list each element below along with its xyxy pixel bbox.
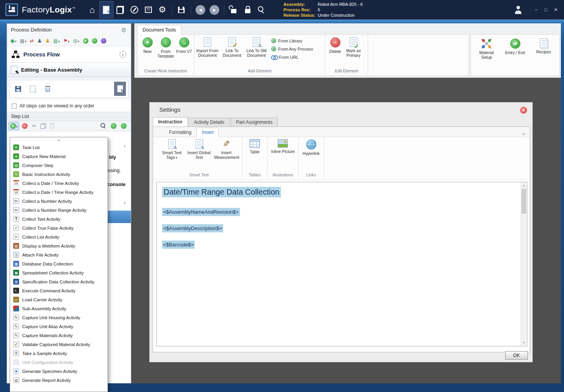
- pin-icon[interactable]: [122, 28, 125, 32]
- link-to-document-button[interactable]: Link To Document: [220, 37, 244, 58]
- tab-part-assignments[interactable]: Part Assignments: [231, 118, 278, 127]
- forward-icon[interactable]: [208, 1, 222, 18]
- transfer-icon[interactable]: [29, 37, 35, 45]
- menu-item[interactable]: Spreadsheet Collection Activity: [10, 268, 108, 277]
- scroll-thumb[interactable]: [522, 189, 526, 214]
- ok-button[interactable]: OK: [505, 351, 528, 360]
- menu-item[interactable]: Take a Sample Activity: [10, 349, 108, 358]
- save-step-button[interactable]: [12, 82, 24, 96]
- search-assembly-icon[interactable]: [255, 1, 269, 18]
- menu-item[interactable]: Attach File Activity: [10, 250, 108, 259]
- copy-icon[interactable]: [39, 122, 48, 130]
- tab-activity-details[interactable]: Activity Details: [189, 118, 230, 127]
- back-icon[interactable]: [194, 1, 208, 18]
- documents-icon[interactable]: [141, 1, 155, 18]
- recipes-button[interactable]: Recipes: [531, 39, 557, 76]
- user-gold-icon[interactable]: [44, 37, 51, 45]
- menu-item[interactable]: Generate Specimen Activity: [10, 367, 108, 376]
- minimize-icon[interactable]: [535, 7, 538, 12]
- from-url-button[interactable]: From URL: [271, 54, 313, 60]
- close-icon[interactable]: [554, 7, 558, 12]
- from-library-button[interactable]: From Library: [271, 37, 313, 44]
- remove-step-icon[interactable]: [20, 122, 29, 130]
- tab-instruction[interactable]: Instruction: [153, 117, 188, 127]
- from-v7-button[interactable]: From V7: [175, 37, 193, 54]
- hyperlink-button[interactable]: Hyperlink: [301, 138, 322, 156]
- menu-item[interactable]: Capture New Material: [10, 152, 108, 161]
- process-flow-row[interactable]: Process Flow: [7, 46, 131, 63]
- expand-step-icon[interactable]: [122, 143, 128, 149]
- move-down-icon[interactable]: [119, 122, 128, 130]
- selected-step-row[interactable]: [108, 211, 131, 223]
- instruction-document[interactable]: Date/Time Range Data Collection <$Assemb…: [156, 182, 527, 346]
- close-settings-icon[interactable]: [520, 107, 527, 114]
- new-button[interactable]: New: [138, 37, 157, 54]
- menu-item[interactable]: Database Data Collection: [10, 259, 108, 268]
- lock-icon[interactable]: [241, 1, 255, 18]
- print-icon[interactable]: [19, 37, 27, 45]
- menu-item[interactable]: Collect a Number Activity: [10, 197, 108, 206]
- expand-panel-icon[interactable]: [120, 51, 126, 58]
- navigation-icon[interactable]: [127, 1, 141, 18]
- maximize-icon[interactable]: [545, 7, 547, 12]
- menu-item[interactable]: Sub-Assembly Activity: [10, 304, 108, 313]
- menu-item[interactable]: Collect True False Activity: [10, 223, 108, 232]
- from-template-button[interactable]: From Template: [157, 37, 175, 58]
- add-step-icon[interactable]: [9, 122, 19, 130]
- menu-item[interactable]: Load Carrier Activity: [10, 295, 108, 304]
- menu-item[interactable]: Validate Captured Material Activity: [10, 340, 108, 349]
- menu-item[interactable]: Task List: [10, 143, 108, 152]
- table-button[interactable]: Table: [244, 138, 265, 154]
- document-scrollbar[interactable]: [521, 183, 527, 346]
- smart-text-tags-button[interactable]: Smart Text Tags: [158, 138, 185, 160]
- scroll-down-icon[interactable]: [521, 340, 527, 346]
- share-icon[interactable]: [53, 37, 60, 45]
- menu-item[interactable]: Display a Webform Activity: [10, 241, 108, 250]
- up-circle-icon[interactable]: [91, 37, 98, 45]
- tab-document-tools[interactable]: Document Tools: [137, 25, 182, 35]
- menu-item[interactable]: Collect Text Activity: [10, 214, 108, 223]
- edit-instruction-button[interactable]: [114, 82, 126, 96]
- work-instruction-icon[interactable]: [99, 1, 113, 18]
- menu-item[interactable]: Capture Materials Activity: [10, 331, 108, 340]
- collapse-ribbon-icon[interactable]: [522, 130, 525, 137]
- expand-step-icon-2[interactable]: [122, 200, 128, 206]
- menu-item[interactable]: Collect a Number Range Activity: [10, 206, 108, 214]
- network-icon[interactable]: [9, 37, 17, 45]
- flag-icon[interactable]: [62, 37, 70, 45]
- unlock-icon[interactable]: [227, 1, 241, 18]
- menu-item[interactable]: Collect a Date / Time Range Activity: [10, 188, 108, 197]
- inline-picture-button[interactable]: Inline Picture: [270, 138, 296, 154]
- insert-measurement-button[interactable]: Insert Measurement: [213, 138, 240, 160]
- add-user-icon[interactable]: [511, 1, 525, 18]
- delete-element-button[interactable]: Delete: [326, 37, 344, 54]
- insert-global-text-button[interactable]: Insert Global Text: [185, 138, 213, 160]
- menu-item[interactable]: Basic Instruction Activity: [10, 170, 108, 179]
- menu-item[interactable]: Capture Unit Alias Activity: [10, 322, 108, 331]
- menu-item[interactable]: Specification Data Collection Activity: [10, 277, 108, 286]
- link-to-sm-document-button[interactable]: Link To SM Document: [244, 37, 269, 58]
- mark-as-primary-button[interactable]: Mark as Primary: [344, 37, 363, 58]
- settings-gear-icon[interactable]: [155, 1, 169, 18]
- menu-item[interactable]: Collect a Date / Time Activity: [10, 179, 108, 188]
- tab-insert[interactable]: Insert: [196, 128, 219, 137]
- import-from-document-button[interactable]: Import From Document: [195, 37, 220, 58]
- record-circle-icon[interactable]: [100, 37, 107, 45]
- tab-formatting[interactable]: Formatting: [164, 128, 196, 137]
- entry-exit-button[interactable]: Entry / Exit: [502, 39, 528, 76]
- move-up-icon[interactable]: [109, 122, 118, 130]
- import-step-button[interactable]: [27, 82, 39, 96]
- menu-item[interactable]: Collect List Activity: [10, 232, 108, 241]
- paste-icon[interactable]: [49, 122, 56, 130]
- user-icon[interactable]: [37, 37, 43, 45]
- scroll-up-icon[interactable]: [521, 183, 527, 188]
- home-icon[interactable]: [85, 1, 99, 18]
- order-checkbox[interactable]: [12, 104, 17, 109]
- menu-item[interactable]: Capture Unit Housing Activity: [10, 313, 108, 322]
- zoom-icon[interactable]: [99, 122, 108, 130]
- process-icon[interactable]: [113, 1, 127, 18]
- menu-item[interactable]: Composer Step: [10, 161, 108, 170]
- delete-step-button[interactable]: [42, 82, 53, 96]
- save-icon[interactable]: [174, 1, 189, 18]
- material-setup-button[interactable]: Material Setup: [474, 39, 499, 76]
